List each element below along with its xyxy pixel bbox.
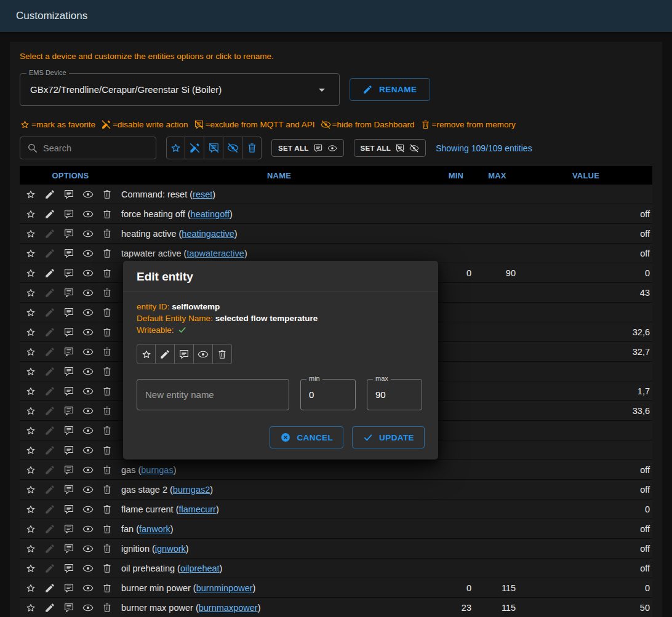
favorite-icon[interactable] (25, 366, 36, 377)
delete-icon[interactable] (102, 602, 113, 613)
visibility-icon[interactable] (82, 386, 94, 397)
mqtt-icon[interactable] (63, 366, 74, 377)
visibility-icon[interactable] (82, 248, 94, 259)
favorite-icon[interactable] (25, 543, 36, 554)
visibility-icon[interactable] (82, 189, 94, 200)
delete-icon[interactable] (102, 386, 113, 397)
visibility-icon[interactable] (82, 583, 94, 594)
entity-link[interactable]: tapwateractive (186, 249, 244, 258)
visibility-icon[interactable] (82, 445, 94, 456)
edit-icon[interactable] (44, 543, 55, 554)
mqtt-icon[interactable] (63, 209, 74, 220)
mqtt-icon[interactable] (63, 307, 74, 318)
entity-link[interactable]: burnmaxpower (199, 603, 258, 613)
mqtt-icon[interactable] (63, 386, 74, 397)
edit-icon[interactable] (44, 366, 55, 377)
edit-icon[interactable] (44, 189, 55, 200)
rename-button[interactable]: RENAME (350, 78, 430, 101)
entity-link[interactable]: burngas (141, 465, 173, 475)
search-field[interactable] (20, 137, 156, 159)
set-all-visible-button[interactable]: SET ALL (271, 139, 344, 157)
mqtt-icon[interactable] (63, 287, 74, 298)
edit-icon[interactable] (44, 287, 55, 298)
ems-device-select[interactable]: EMS Device GBx72/Trendline/Cerapur/Green… (20, 73, 340, 106)
edit-icon[interactable] (44, 445, 55, 456)
delete-icon[interactable] (102, 523, 113, 535)
edit-icon[interactable] (44, 386, 55, 397)
favorite-icon[interactable] (25, 445, 36, 456)
hide-dashboard-toggle-button[interactable] (194, 344, 213, 364)
mqtt-icon[interactable] (63, 248, 74, 259)
remove-memory-toggle-button[interactable] (213, 344, 232, 364)
favorite-icon[interactable] (25, 228, 36, 239)
favorite-icon[interactable] (25, 209, 36, 220)
edit-icon[interactable] (44, 228, 55, 239)
delete-icon[interactable] (102, 189, 113, 200)
visibility-icon[interactable] (82, 228, 94, 239)
set-all-hidden-button[interactable]: SET ALL (354, 139, 426, 157)
mqtt-icon[interactable] (63, 523, 74, 535)
delete-icon[interactable] (102, 484, 113, 495)
disable-write-toggle-button[interactable] (156, 344, 175, 364)
visibility-icon[interactable] (82, 504, 94, 515)
edit-icon[interactable] (44, 602, 55, 613)
visibility-icon[interactable] (82, 327, 94, 338)
edit-icon[interactable] (44, 523, 55, 535)
visibility-icon[interactable] (82, 464, 94, 476)
max-input[interactable] (375, 389, 414, 400)
edit-icon[interactable] (44, 405, 55, 416)
hide-dashboard-filter-button[interactable] (223, 137, 242, 159)
edit-icon[interactable] (44, 327, 55, 338)
mqtt-icon[interactable] (63, 268, 74, 279)
favorite-icon[interactable] (25, 268, 36, 279)
entity-link[interactable]: ignwork (155, 544, 186, 554)
delete-icon[interactable] (102, 268, 113, 279)
favorite-toggle-button[interactable] (137, 344, 156, 364)
mqtt-icon[interactable] (63, 346, 74, 357)
entity-link[interactable]: heatingoff (191, 209, 230, 219)
favorite-icon[interactable] (25, 583, 36, 594)
entity-link[interactable]: burnminpower (196, 583, 253, 593)
mqtt-icon[interactable] (63, 464, 74, 476)
edit-icon[interactable] (44, 504, 55, 515)
delete-icon[interactable] (102, 307, 113, 318)
edit-icon[interactable] (44, 583, 55, 594)
favorite-icon[interactable] (25, 563, 36, 574)
mqtt-icon[interactable] (63, 602, 74, 613)
mqtt-icon[interactable] (63, 445, 74, 456)
visibility-icon[interactable] (82, 268, 94, 279)
entity-link[interactable]: fanwork (139, 524, 170, 534)
favorite-icon[interactable] (25, 346, 36, 357)
new-entity-name-input[interactable] (145, 389, 281, 400)
remove-memory-filter-button[interactable] (242, 137, 262, 159)
favorite-icon[interactable] (25, 307, 36, 318)
delete-icon[interactable] (102, 366, 113, 377)
visibility-icon[interactable] (82, 209, 94, 220)
search-input[interactable] (43, 143, 150, 153)
delete-icon[interactable] (102, 464, 113, 476)
visibility-icon[interactable] (82, 366, 94, 377)
cancel-button[interactable]: CANCEL (270, 426, 343, 448)
favorite-icon[interactable] (25, 248, 36, 259)
entity-link[interactable]: oilpreheat (180, 563, 220, 573)
disable-write-filter-button[interactable] (185, 137, 204, 159)
mqtt-icon[interactable] (63, 189, 74, 200)
delete-icon[interactable] (102, 248, 113, 259)
delete-icon[interactable] (102, 563, 113, 574)
mqtt-icon[interactable] (63, 543, 74, 554)
exclude-mqtt-toggle-button[interactable] (175, 344, 194, 364)
entity-link[interactable]: heatingactive (182, 229, 234, 239)
mqtt-icon[interactable] (63, 583, 74, 594)
visibility-icon[interactable] (82, 543, 94, 554)
delete-icon[interactable] (102, 346, 113, 357)
favorite-icon[interactable] (25, 189, 36, 200)
delete-icon[interactable] (102, 543, 113, 554)
mqtt-icon[interactable] (63, 504, 74, 515)
edit-icon[interactable] (44, 563, 55, 574)
visibility-icon[interactable] (82, 602, 94, 613)
entity-link[interactable]: reset (193, 189, 212, 199)
delete-icon[interactable] (102, 405, 113, 416)
favorite-icon[interactable] (25, 523, 36, 535)
favorite-icon[interactable] (25, 602, 36, 613)
mqtt-icon[interactable] (63, 484, 74, 495)
